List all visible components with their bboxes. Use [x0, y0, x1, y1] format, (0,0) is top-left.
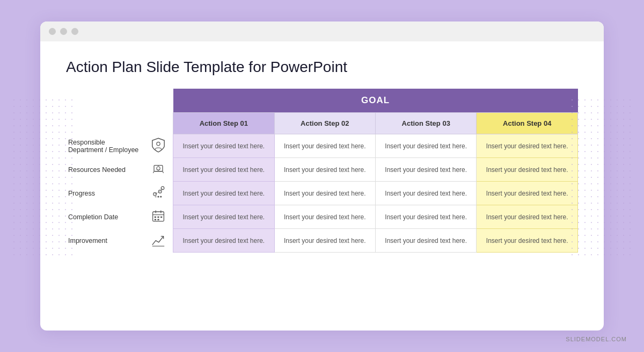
watermark: SLIDEMODEL.COM [566, 336, 627, 342]
action-table: GOAL Action Step 01 Action Step 02 Actio… [66, 89, 578, 253]
icon-cell-responsible [143, 134, 173, 158]
calendar-icon [150, 207, 167, 225]
table-row: Resources Needed Insert your desired tex… [66, 158, 578, 182]
data-cell: Insert your desired text here. [477, 205, 578, 229]
decorative-dots-right [569, 97, 633, 258]
slide-title: Action Plan Slide Template for PowerPoin… [66, 59, 578, 76]
table-row: Improvement Insert your desired text her… [66, 229, 578, 253]
svg-point-0 [156, 142, 159, 145]
data-cell: Insert your desired text here. [375, 182, 476, 205]
icon-cell-improvement [143, 229, 173, 253]
svg-rect-1 [154, 165, 163, 171]
browser-window: Action Plan Slide Template for PowerPoin… [40, 21, 604, 331]
data-cell: Insert your desired text here. [477, 229, 578, 253]
table-row: Responsible Department / Employee Insert… [66, 134, 578, 158]
browser-dot-2 [60, 28, 67, 35]
table-row: Completion Date Insert your desired [66, 205, 578, 229]
data-cell: Insert your desired text here. [274, 205, 375, 229]
icon-cell-progress [143, 182, 173, 205]
chart-up-icon [150, 231, 167, 248]
data-cell: Insert your desired text here. [375, 134, 476, 158]
browser-bar [40, 21, 604, 41]
decorative-dots-left [11, 97, 75, 258]
svg-point-5 [161, 186, 164, 190]
progress-dots-icon [150, 184, 167, 201]
step-header-row: Action Step 01 Action Step 02 Action Ste… [66, 113, 578, 134]
step1-header: Action Step 01 [173, 113, 274, 134]
goal-row: GOAL [66, 89, 578, 113]
data-cell: Insert your desired text here. [173, 134, 274, 158]
goal-cell: GOAL [173, 89, 578, 113]
data-cell: Insert your desired text here. [375, 229, 476, 253]
data-cell: Insert your desired text here. [274, 229, 375, 253]
svg-point-7 [160, 196, 162, 197]
data-cell: Insert your desired text here. [477, 182, 578, 205]
icon-cell-completion [143, 205, 173, 229]
row-label-responsible: Responsible Department / Employee [66, 134, 143, 158]
icon-cell-resources [143, 158, 173, 182]
data-cell: Insert your desired text here. [173, 229, 274, 253]
row-label-improvement: Improvement [66, 229, 143, 253]
svg-rect-16 [154, 219, 156, 220]
svg-point-6 [157, 196, 159, 197]
browser-dot-1 [49, 28, 56, 35]
browser-dot-3 [71, 28, 78, 35]
shield-person-icon [150, 137, 167, 154]
data-cell: Insert your desired text here. [375, 158, 476, 182]
svg-rect-13 [154, 216, 156, 217]
svg-rect-14 [157, 216, 159, 217]
table-row: Progress Insert your desired text here. … [66, 182, 578, 205]
svg-rect-17 [157, 219, 159, 220]
data-cell: Insert your desired text here. [274, 134, 375, 158]
svg-point-8 [155, 196, 156, 197]
hand-money-icon [150, 160, 167, 177]
step4-header: Action Step 04 [477, 113, 578, 134]
data-cell: Insert your desired text here. [274, 158, 375, 182]
row-label-completion: Completion Date [66, 205, 143, 229]
data-cell: Insert your desired text here. [173, 205, 274, 229]
data-cell: Insert your desired text here. [274, 182, 375, 205]
svg-point-3 [153, 192, 156, 196]
data-cell: Insert your desired text here. [477, 158, 578, 182]
data-cell: Insert your desired text here. [173, 158, 274, 182]
step3-header: Action Step 03 [375, 113, 476, 134]
row-label-progress: Progress [66, 182, 143, 205]
data-cell: Insert your desired text here. [375, 205, 476, 229]
svg-point-2 [156, 167, 159, 170]
row-label-resources: Resources Needed [66, 158, 143, 182]
step2-header: Action Step 02 [274, 113, 375, 134]
data-cell: Insert your desired text here. [477, 134, 578, 158]
slide-content: Action Plan Slide Template for PowerPoin… [40, 41, 604, 270]
svg-rect-15 [160, 216, 162, 217]
data-cell: Insert your desired text here. [173, 182, 274, 205]
